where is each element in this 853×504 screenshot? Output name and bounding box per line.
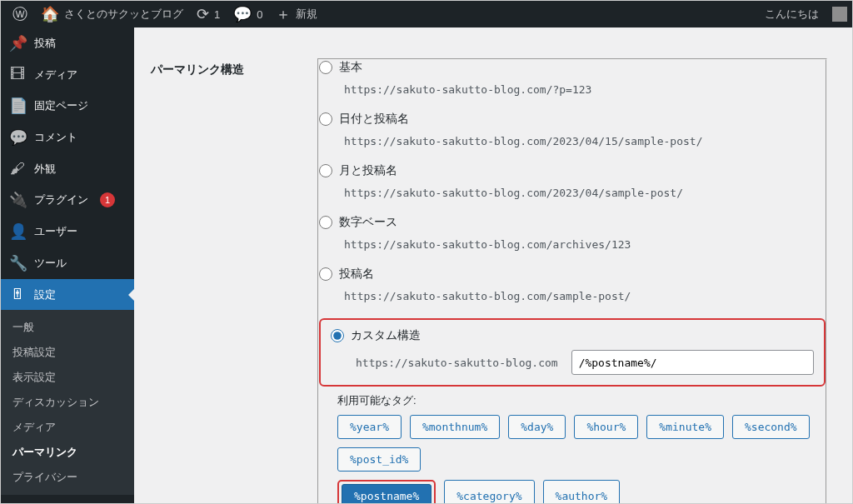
- radio-day-name[interactable]: [319, 112, 332, 126]
- greeting: こんにちは: [765, 7, 819, 22]
- option-default[interactable]: 基本: [319, 60, 826, 75]
- new-label: 新規: [296, 7, 317, 22]
- radio-default[interactable]: [319, 61, 332, 74]
- sidebar-item-label: プラグイン: [34, 192, 88, 207]
- sidebar-item-conoha[interactable]: ⚙ConoHa WING: [1, 495, 134, 503]
- new-content[interactable]: ＋新規: [269, 1, 324, 27]
- media-icon: 🎞: [9, 66, 26, 83]
- permalink-structure-heading: パーマリンク構造: [151, 46, 317, 503]
- tag-second[interactable]: %second%: [732, 415, 810, 439]
- comments-link[interactable]: 💬0: [227, 1, 269, 27]
- sidebar-item-label: ユーザー: [34, 224, 77, 239]
- account-link[interactable]: こんにちは: [758, 1, 826, 27]
- option-day-name-label: 日付と投稿名: [339, 112, 409, 127]
- tag-author[interactable]: %author%: [543, 480, 621, 503]
- sidebar-item-label: メディア: [34, 67, 77, 82]
- user-icon: 👤: [9, 222, 26, 241]
- option-default-label: 基本: [339, 60, 362, 75]
- plus-icon: ＋: [276, 7, 291, 22]
- comments-count: 0: [257, 8, 262, 21]
- sidebar-item-settings[interactable]: 🎚設定: [1, 279, 134, 310]
- option-day-name[interactable]: 日付と投稿名: [319, 112, 826, 127]
- wordpress-icon: ⓦ: [12, 7, 27, 22]
- sliders-icon: 🎚: [9, 286, 26, 303]
- updates-count: 1: [214, 8, 220, 21]
- radio-post-name[interactable]: [319, 267, 332, 281]
- tag-postname-highlight: %postname%: [337, 480, 436, 503]
- option-numeric-label: 数字ベース: [339, 215, 397, 230]
- admin-sidebar: 📌投稿 🎞メディア 📄固定ページ 💬コメント 🖌外観 🔌プラグイン1 👤ユーザー…: [1, 27, 134, 503]
- option-post-name-label: 投稿名: [339, 267, 374, 282]
- submenu-writing[interactable]: 投稿設定: [1, 340, 134, 365]
- option-month-name[interactable]: 月と投稿名: [319, 163, 826, 178]
- available-tags-row2: %postname% %category% %author%: [337, 480, 826, 503]
- brush-icon: 🖌: [9, 160, 26, 177]
- sidebar-item-appearance[interactable]: 🖌外観: [1, 153, 134, 184]
- sidebar-item-label: コメント: [34, 130, 77, 145]
- custom-structure-box: カスタム構造 https://sakuto-sakutto-blog.com: [319, 318, 826, 387]
- custom-base-url: https://sakuto-sakutto-blog.com: [349, 352, 565, 374]
- tag-monthnum[interactable]: %monthnum%: [410, 415, 500, 439]
- sidebar-item-label: 外観: [34, 162, 56, 177]
- sidebar-item-posts[interactable]: 📌投稿: [1, 27, 134, 59]
- home-icon: 🏠: [41, 7, 59, 22]
- custom-structure-input[interactable]: [571, 350, 814, 375]
- option-post-name-example: https://sakuto-sakutto-blog.com/sample-p…: [337, 287, 637, 306]
- tag-hour[interactable]: %hour%: [574, 415, 638, 439]
- settings-submenu: 一般 投稿設定 表示設定 ディスカッション メディア パーマリンク プライバシー: [1, 310, 134, 495]
- submenu-media[interactable]: メディア: [1, 415, 134, 440]
- tag-category[interactable]: %category%: [444, 480, 534, 503]
- available-tags-row1: %year% %monthnum% %day% %hour% %minute% …: [337, 415, 826, 472]
- option-custom[interactable]: カスタム構造: [331, 328, 814, 343]
- available-tags-label: 利用可能なタグ:: [337, 393, 826, 408]
- radio-month-name[interactable]: [319, 164, 332, 177]
- sidebar-item-comments[interactable]: 💬コメント: [1, 122, 134, 153]
- plugin-update-badge: 1: [100, 192, 115, 207]
- sidebar-item-label: 投稿: [34, 36, 56, 51]
- tag-minute[interactable]: %minute%: [646, 415, 724, 439]
- option-month-name-label: 月と投稿名: [339, 163, 397, 178]
- tag-postname[interactable]: %postname%: [342, 484, 431, 503]
- radio-custom[interactable]: [331, 329, 344, 342]
- sidebar-item-pages[interactable]: 📄固定ページ: [1, 90, 134, 122]
- tools-icon: 🔧: [9, 254, 26, 272]
- main-content: パーマリンク構造 基本 https://sakuto-sakutto-blog.…: [134, 27, 852, 503]
- sidebar-item-label: 設定: [34, 287, 56, 302]
- option-numeric[interactable]: 数字ベース: [319, 215, 826, 230]
- pin-icon: 📌: [9, 34, 26, 52]
- plugin-icon: 🔌: [9, 191, 26, 209]
- option-default-example: https://sakuto-sakutto-blog.com/?p=123: [337, 80, 598, 99]
- site-title: さくとのサクッとブログ: [64, 7, 183, 22]
- radio-numeric[interactable]: [319, 216, 332, 229]
- option-post-name[interactable]: 投稿名: [319, 267, 826, 282]
- submenu-discussion[interactable]: ディスカッション: [1, 390, 134, 415]
- site-link[interactable]: 🏠さくとのサクッとブログ: [34, 1, 190, 27]
- sidebar-item-tools[interactable]: 🔧ツール: [1, 247, 134, 279]
- comment-icon: 💬: [9, 128, 26, 147]
- page-icon: 📄: [9, 97, 26, 115]
- admin-bar: ⓦ 🏠さくとのサクッとブログ ⟳1 💬0 ＋新規 こんにちは: [1, 1, 852, 27]
- tag-post-id[interactable]: %post_id%: [337, 447, 421, 472]
- avatar[interactable]: [832, 7, 847, 22]
- sidebar-item-plugins[interactable]: 🔌プラグイン1: [1, 184, 134, 216]
- updates-link[interactable]: ⟳1: [190, 1, 227, 27]
- submenu-permalinks[interactable]: パーマリンク: [1, 440, 134, 465]
- option-day-name-example: https://sakuto-sakutto-blog.com/2023/04/…: [337, 132, 709, 151]
- wp-logo[interactable]: ⓦ: [6, 1, 34, 27]
- option-month-name-example: https://sakuto-sakutto-blog.com/2023/04/…: [337, 183, 690, 202]
- sidebar-item-users[interactable]: 👤ユーザー: [1, 216, 134, 247]
- option-custom-label: カスタム構造: [351, 328, 421, 343]
- permalink-options: 基本 https://sakuto-sakutto-blog.com/?p=12…: [317, 58, 827, 503]
- submenu-reading[interactable]: 表示設定: [1, 365, 134, 390]
- tag-year[interactable]: %year%: [337, 415, 402, 439]
- sidebar-item-media[interactable]: 🎞メディア: [1, 59, 134, 90]
- option-numeric-example: https://sakuto-sakutto-blog.com/archives…: [337, 235, 637, 254]
- tag-day[interactable]: %day%: [508, 415, 566, 439]
- sidebar-item-label: ツール: [34, 256, 67, 271]
- submenu-general[interactable]: 一般: [1, 315, 134, 340]
- gear-icon: ⚙: [9, 502, 26, 503]
- update-icon: ⟳: [197, 7, 209, 22]
- sidebar-item-label: 固定ページ: [34, 98, 88, 113]
- comment-icon: 💬: [233, 7, 252, 22]
- submenu-privacy[interactable]: プライバシー: [1, 465, 134, 490]
